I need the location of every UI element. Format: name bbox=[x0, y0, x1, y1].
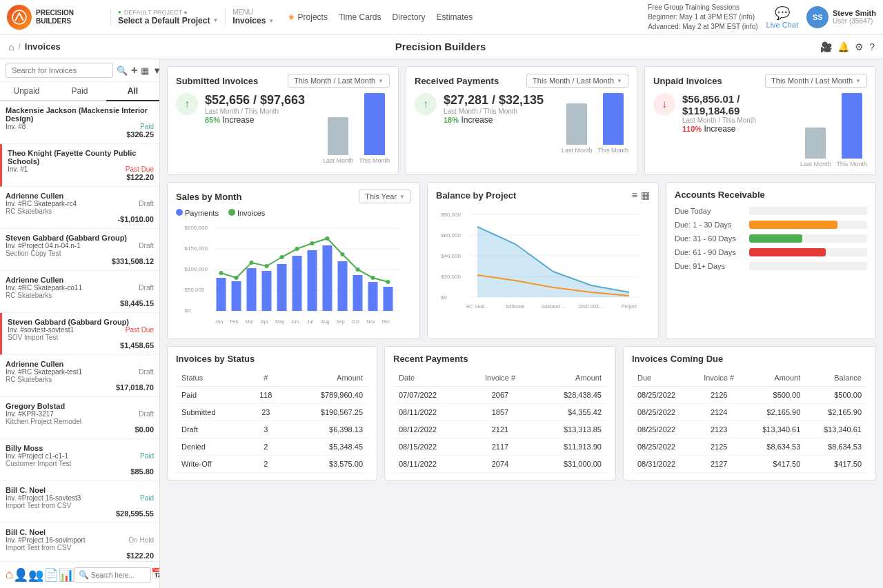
list-item[interactable]: Billy Moss Inv. #Project c1-c1-1 Paid Cu… bbox=[0, 439, 159, 481]
home-bottom-icon[interactable]: ⌂ bbox=[6, 567, 13, 582]
svg-rect-15 bbox=[277, 264, 287, 311]
svg-text:Sep: Sep bbox=[336, 319, 345, 325]
doc-icon[interactable]: 📄 bbox=[43, 567, 59, 582]
svg-text:$50,000: $50,000 bbox=[185, 287, 205, 293]
svg-rect-19 bbox=[338, 261, 348, 311]
inv-num: Inv. #Project 16-sovimport bbox=[6, 536, 85, 544]
list-item[interactable]: Mackensie Jackson (Mackensie Interior De… bbox=[0, 101, 159, 144]
sales-filter[interactable]: This Year ▼ bbox=[359, 190, 411, 203]
list-view-icon[interactable]: ≡ bbox=[632, 190, 637, 201]
svg-text:$150,000: $150,000 bbox=[185, 245, 208, 252]
invoices-legend-label: Invoices bbox=[237, 209, 265, 217]
bell-icon[interactable]: 🔔 bbox=[837, 41, 849, 52]
list-item[interactable]: Steven Gabbard (Gabbard Group) Inv. #sov… bbox=[0, 313, 159, 355]
unpaid-filter[interactable]: This Month / Last Month ▼ bbox=[765, 74, 867, 88]
menu-area[interactable]: MENU Invoices ▼ bbox=[225, 8, 274, 26]
svg-text:Mar: Mar bbox=[245, 319, 254, 324]
nav-directory[interactable]: Directory bbox=[393, 12, 426, 22]
main-layout: 🔍 + ▦ ▼ ☰ ≡ Unpaid Paid All Mackensie Ja… bbox=[0, 59, 883, 588]
chart-icon[interactable]: 📊 bbox=[59, 567, 74, 582]
list-item[interactable]: Adrienne Cullen Inv. #RC Skatepark-co11 … bbox=[0, 271, 159, 313]
col-invoice: Invoice # bbox=[693, 369, 745, 387]
ar-row-91plus: Due: 91+ Days bbox=[675, 262, 867, 270]
ar-title: Accounts Receivable bbox=[675, 190, 867, 200]
people-icon[interactable]: 👥 bbox=[28, 567, 43, 582]
col-status: Status bbox=[176, 369, 247, 387]
bottom-search-icon: 🔍 bbox=[79, 570, 89, 580]
settings-icon[interactable]: ⚙ bbox=[855, 41, 864, 52]
ar-row-today: Due Today bbox=[675, 207, 867, 215]
svg-rect-20 bbox=[353, 275, 363, 311]
recent-title: Recent Payments bbox=[393, 354, 468, 364]
nav-timecards[interactable]: Time Cards bbox=[339, 12, 381, 22]
svg-text:$0: $0 bbox=[185, 307, 191, 314]
svg-point-33 bbox=[371, 276, 375, 280]
client-name: Gregory Bolstad bbox=[6, 402, 154, 410]
payments-legend-label: Payments bbox=[185, 209, 219, 217]
table-row: 08/31/2022 2127 $417.50 $417.50 bbox=[632, 456, 867, 473]
svg-point-25 bbox=[250, 261, 254, 265]
list-item[interactable]: Adrienne Cullen Inv. #RC Skatepark-test1… bbox=[0, 355, 159, 397]
calendar-icon[interactable]: 📅 bbox=[151, 567, 160, 582]
list-item[interactable]: Bill C. Noel Inv. #Project 16-sovimport … bbox=[0, 523, 159, 561]
list-item[interactable]: Adrienne Cullen Inv. #RC Skatepark-rc4 D… bbox=[0, 187, 159, 229]
grid-view-icon[interactable]: ▦ bbox=[641, 190, 650, 201]
amount-cell: $3,575.00 bbox=[284, 456, 368, 473]
video-icon[interactable]: 🎥 bbox=[820, 41, 832, 52]
project-name: Import Test from CSV bbox=[6, 502, 154, 509]
nav-estimates[interactable]: Estimates bbox=[437, 12, 473, 22]
user-name: Steve Smith bbox=[833, 9, 876, 17]
svg-point-27 bbox=[280, 255, 284, 259]
search-input[interactable] bbox=[6, 63, 113, 78]
svg-point-28 bbox=[295, 247, 299, 251]
status-cell: Submitted bbox=[176, 404, 247, 421]
tab-all[interactable]: All bbox=[106, 82, 159, 101]
tab-paid[interactable]: Paid bbox=[53, 82, 106, 100]
nav-projects[interactable]: ★ Projects bbox=[288, 12, 328, 22]
bar-this-month bbox=[364, 93, 385, 155]
question-icon[interactable]: ? bbox=[869, 41, 875, 52]
person-icon[interactable]: 👤 bbox=[13, 567, 28, 582]
amount: $122.20 bbox=[126, 173, 154, 181]
user-avatar: SS bbox=[806, 6, 829, 28]
tab-unpaid[interactable]: Unpaid bbox=[0, 82, 53, 100]
default-project-area[interactable]: ● DEFAULT PROJECT ● Select a Default Pro… bbox=[110, 9, 218, 26]
bottom-search-input[interactable] bbox=[91, 571, 146, 579]
logo-icon bbox=[7, 5, 32, 30]
add-icon[interactable]: + bbox=[131, 64, 137, 77]
payments-legend-dot bbox=[176, 209, 183, 216]
breadcrumb-bar: ⌂ / Invoices Precision Builders 🎥 🔔 ⚙ ? bbox=[0, 34, 883, 59]
table-row: Submitted 23 $190,567.25 bbox=[176, 404, 368, 421]
submitted-filter[interactable]: This Month / Last Month ▼ bbox=[288, 74, 390, 88]
list-item[interactable]: Theo Knight (Fayette County Public Schoo… bbox=[0, 144, 159, 187]
received-filter[interactable]: This Month / Last Month ▼ bbox=[526, 74, 628, 88]
received-pct-label: Increase bbox=[461, 115, 493, 125]
list-item[interactable]: Steven Gabbard (Gabbard Group) Inv. #Pro… bbox=[0, 229, 159, 271]
filter-icon[interactable]: ▼ bbox=[152, 65, 160, 76]
logo-area: PRECISION BUILDERS bbox=[7, 5, 103, 30]
list-item[interactable]: Gregory Bolstad Inv. #KPR-3217 Draft Kit… bbox=[0, 397, 159, 439]
status-cell: Paid bbox=[176, 387, 247, 404]
amount: $331,508.12 bbox=[112, 257, 154, 265]
svg-rect-11 bbox=[217, 278, 226, 311]
default-project-value[interactable]: Select a Default Project ▼ bbox=[118, 16, 218, 26]
project-name: Import Test from CSV bbox=[6, 544, 154, 551]
svg-point-29 bbox=[310, 241, 315, 245]
svg-text:$0: $0 bbox=[441, 294, 447, 301]
inv-num: Inv. #RC Skatepark-co11 bbox=[6, 284, 82, 292]
invoices-by-status-card: Invoices by Status Status # Amount Paid bbox=[167, 346, 377, 480]
svg-rect-16 bbox=[292, 256, 302, 311]
svg-point-31 bbox=[341, 252, 345, 256]
received-sublabel: Last Month / This Month bbox=[444, 108, 555, 115]
search-icon[interactable]: 🔍 bbox=[117, 65, 128, 76]
grid-icon[interactable]: ▦ bbox=[141, 65, 149, 76]
menu-value[interactable]: Invoices ▼ bbox=[232, 16, 274, 26]
home-icon[interactable]: ⌂ bbox=[8, 41, 14, 52]
svg-point-30 bbox=[326, 236, 330, 241]
amount-cell: $789,960.40 bbox=[284, 387, 368, 404]
breadcrumb-sep: / bbox=[18, 42, 20, 52]
table-row: 08/25/2022 2125 $8,634.53 $8,634.53 bbox=[632, 438, 867, 456]
status-badge: On Hold bbox=[128, 536, 154, 544]
list-item[interactable]: Bill C. Noel Inv. #Project 16-sovtest3 P… bbox=[0, 481, 159, 523]
live-chat-button[interactable]: 💬 Live Chat bbox=[766, 6, 798, 29]
